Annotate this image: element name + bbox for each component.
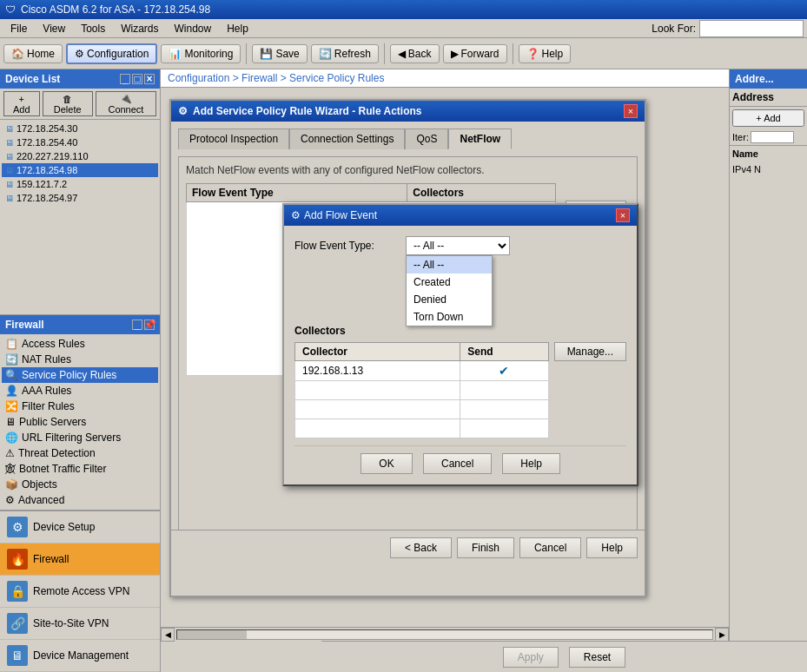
device-item-4[interactable]: 🖥 159.121.7.2 — [2, 177, 158, 191]
device-item-5[interactable]: 🖥 172.18.254.97 — [2, 191, 158, 205]
scroll-right-button[interactable]: ▶ — [715, 628, 729, 642]
device-item-2[interactable]: 🖥 220.227.219.110 — [2, 149, 158, 163]
monitoring-button[interactable]: 📊 Monitoring — [161, 44, 241, 63]
reset-button[interactable]: Reset — [569, 647, 625, 668]
look-for-container: Look For: — [652, 20, 804, 37]
device-item-0[interactable]: 🖥 172.18.254.30 — [2, 122, 158, 135]
scroll-thumb[interactable] — [177, 630, 247, 639]
remote-vpn-icon: 🔒 — [7, 581, 28, 602]
menu-file[interactable]: File — [3, 21, 34, 36]
flow-event-type-select[interactable]: -- All -- Created Denied Torn Down — [406, 236, 510, 255]
firewall-access-rules[interactable]: 📋 Access Rules — [2, 336, 158, 352]
device-item-1[interactable]: 🖥 172.18.254.40 — [2, 135, 158, 149]
dropdown-option-torn-down[interactable]: Torn Down — [407, 308, 492, 326]
horizontal-scrollbar: ◀ ▶ — [161, 627, 729, 641]
firewall-title: Firewall — [5, 319, 44, 331]
help-wizard-button[interactable]: Help — [586, 537, 638, 558]
firewall-advanced[interactable]: ⚙ Advanced — [2, 492, 158, 508]
device-list-max[interactable]: □ — [132, 74, 142, 84]
firewall-filter-rules[interactable]: 🔀 Filter Rules — [2, 399, 158, 414]
firewall-threat-detection[interactable]: ⚠ Threat Detection — [2, 445, 158, 461]
tab-protocol-inspection[interactable]: Protocol Inspection — [178, 128, 289, 149]
device-list-close[interactable]: × — [144, 74, 155, 84]
title-bar: 🛡 Cisco ASDM 6.2 for ASA - 172.18.254.98 — [0, 0, 807, 19]
back-button[interactable]: ◀ Back — [390, 44, 440, 63]
collector-send-checkbox[interactable]: ✔ — [460, 361, 548, 381]
dropdown-option-created[interactable]: Created — [407, 273, 492, 291]
tab-netflow[interactable]: NetFlow — [448, 128, 512, 149]
firewall-pin[interactable]: 📌 — [144, 320, 155, 330]
firewall-url-filtering[interactable]: 🌐 URL Filtering Servers — [2, 430, 158, 445]
add-device-button[interactable]: + Add — [3, 91, 40, 116]
menu-tools[interactable]: Tools — [74, 21, 112, 36]
address-col-header: Name — [730, 145, 807, 161]
device-list-min[interactable]: _ — [120, 74, 130, 84]
address-panel-subheader: Address — [730, 89, 807, 107]
advanced-icon: ⚙ — [5, 494, 15, 506]
firewall-objects[interactable]: 📦 Objects — [2, 477, 158, 492]
breadcrumb[interactable]: Configuration > Firewall > Service Polic… — [168, 72, 384, 84]
finish-wizard-button[interactable]: Finish — [457, 537, 514, 558]
tab-bar: Protocol Inspection Connection Settings … — [178, 128, 638, 149]
menu-help[interactable]: Help — [220, 21, 255, 36]
firewall-nat-rules[interactable]: 🔄 NAT Rules — [2, 352, 158, 367]
netflow-description: Match NetFlow events with any of configu… — [186, 164, 630, 176]
save-button[interactable]: 💾 Save — [252, 44, 307, 63]
address-add-button[interactable]: + Add — [732, 109, 804, 127]
wizard-close-button[interactable]: × — [624, 104, 638, 118]
separator-1 — [246, 43, 247, 64]
nav-firewall[interactable]: 🔥 Firewall — [0, 544, 160, 576]
delete-device-button[interactable]: 🗑 Delete — [43, 91, 93, 116]
nav-device-management[interactable]: 🖥 Device Management — [0, 640, 160, 672]
menu-window[interactable]: Window — [168, 21, 219, 36]
left-panel: Device List _ □ × + Add 🗑 Delete 🔌 Conne… — [0, 69, 161, 672]
device-item-3[interactable]: 🖥 172.18.254.98 — [2, 163, 158, 177]
collectors-content: Collector Send 192.168.1.13 ✔ — [294, 342, 626, 445]
device-setup-icon: ⚙ — [7, 517, 28, 537]
configuration-button[interactable]: ⚙ Configuration — [66, 43, 157, 64]
dropdown-option-all[interactable]: -- All -- — [407, 256, 492, 273]
flow-dialog-buttons: OK Cancel Help — [294, 445, 626, 474]
site-vpn-icon: 🔗 — [7, 613, 28, 634]
wizard-icon: ⚙ — [178, 105, 188, 117]
firewall-aaa-rules[interactable]: 👤 AAA Rules — [2, 383, 158, 399]
scroll-left-button[interactable]: ◀ — [161, 628, 175, 642]
help-button[interactable]: ❓ Help — [519, 44, 572, 63]
forward-button[interactable]: ▶ Forward — [443, 44, 507, 63]
manage-button[interactable]: Manage... — [554, 342, 626, 361]
tab-connection-settings[interactable]: Connection Settings — [289, 128, 405, 149]
cancel-wizard-button[interactable]: Cancel — [519, 537, 581, 558]
firewall-public-servers[interactable]: 🖥 Public Servers — [2, 414, 158, 430]
firewall-botnet[interactable]: 🕸 Botnet Traffic Filter — [2, 461, 158, 477]
scroll-track[interactable] — [176, 629, 713, 640]
nav-remote-access-vpn[interactable]: 🔒 Remote Access VPN — [0, 576, 160, 608]
firewall-service-policy-rules[interactable]: 🔍 Service Policy Rules — [2, 367, 158, 383]
back-wizard-button[interactable]: < Back — [390, 537, 452, 558]
device-icon-2: 🖥 — [5, 152, 14, 161]
col-send: Send — [460, 343, 548, 361]
firewall-section: Firewall _ 📌 📋 Access Rules 🔄 NAT Rules … — [0, 314, 160, 510]
nav-device-setup[interactable]: ⚙ Device Setup — [0, 511, 160, 544]
collectors-row-empty-1 — [295, 381, 549, 400]
device-list-controls: _ □ × — [120, 74, 155, 84]
refresh-button[interactable]: 🔄 Refresh — [311, 44, 379, 63]
address-filter-input[interactable] — [751, 131, 794, 143]
nav-site-to-site-vpn[interactable]: 🔗 Site-to-Site VPN — [0, 608, 160, 640]
main-layout: Device List _ □ × + Add 🗑 Delete 🔌 Conne… — [0, 69, 807, 672]
firewall-min[interactable]: _ — [132, 320, 142, 330]
flow-dialog-close-button[interactable]: × — [616, 208, 630, 222]
home-button[interactable]: 🏠 Home — [3, 44, 63, 63]
menu-wizards[interactable]: Wizards — [114, 21, 165, 36]
device-icon-0: 🖥 — [5, 124, 14, 134]
ok-button[interactable]: OK — [361, 453, 413, 474]
tab-qos[interactable]: QoS — [405, 128, 448, 149]
flow-event-type-label: Flow Event Type: — [294, 240, 399, 252]
cancel-flow-button[interactable]: Cancel — [423, 453, 492, 474]
menu-view[interactable]: View — [36, 21, 72, 36]
apply-button[interactable]: Apply — [503, 647, 559, 668]
collectors-row-0: 192.168.1.13 ✔ — [295, 361, 549, 381]
look-for-input[interactable] — [699, 20, 804, 37]
dropdown-option-denied[interactable]: Denied — [407, 291, 492, 308]
help-flow-button[interactable]: Help — [502, 453, 560, 474]
connect-device-button[interactable]: 🔌 Connect — [96, 91, 156, 116]
